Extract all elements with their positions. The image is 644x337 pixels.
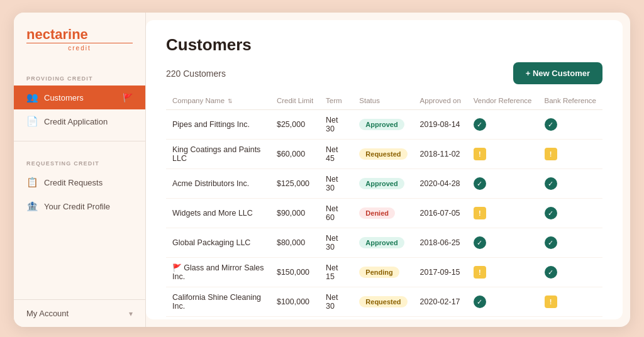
providing-credit-label: PROVIDING CREDIT — [14, 64, 145, 86]
page-title: Customers — [166, 35, 252, 55]
cell-company-name: Widgets and More LLC — [166, 199, 270, 228]
cell-bank-reference: ✓ — [538, 317, 602, 320]
chevron-down-icon: ▾ — [129, 309, 133, 318]
table-row[interactable]: 🚩 Glass and Mirror Sales Inc.$150,000Net… — [166, 258, 602, 287]
cell-approved-on: 2019-08-14 — [414, 110, 467, 140]
status-badge: Denied — [359, 207, 395, 219]
warning-icon: ! — [545, 148, 557, 160]
cell-vendor-reference: ✓ — [467, 317, 538, 320]
status-badge: Approved — [359, 178, 404, 189]
cell-term: Net 30 — [319, 287, 353, 317]
table-row[interactable]: Iron Works Suppliers Ltd.$40,000Net 30Ap… — [166, 317, 602, 320]
cell-approved-on: 2020-02-17 — [414, 287, 467, 317]
cell-term: Net 30 — [319, 317, 353, 320]
cell-approved-on: 2018-11-02 — [414, 140, 467, 169]
cell-term: Net 60 — [319, 199, 353, 228]
sidebar-item-credit-application[interactable]: 📄 Credit Application — [14, 109, 145, 133]
cell-vendor-reference: ! — [467, 199, 538, 228]
main-sub-row: 220 Customers + New Customer — [166, 62, 602, 84]
sidebar-item-customers[interactable]: 👥 Customers 🚩 — [14, 86, 145, 109]
logo-name: nectarine — [26, 28, 88, 41]
cell-company-name: Acme Distributors Inc. — [166, 169, 270, 199]
warning-icon: ! — [474, 207, 486, 219]
cell-vendor-reference: ✓ — [467, 287, 538, 317]
cell-status: Denied — [353, 199, 413, 228]
status-badge: Requested — [359, 148, 407, 160]
my-account-footer[interactable]: My Account ▾ — [14, 299, 145, 327]
check-icon: ✓ — [474, 296, 486, 308]
check-icon: ✓ — [474, 177, 486, 190]
col-bank-reference: Bank Reference — [538, 92, 602, 110]
warning-icon: ! — [545, 296, 557, 308]
col-term: Term — [319, 92, 353, 110]
row-flag-icon: 🚩 — [172, 263, 184, 272]
col-credit-limit: Credit Limit — [270, 92, 319, 110]
table-row[interactable]: Widgets and More LLC$90,000Net 60Denied2… — [166, 199, 602, 228]
cell-vendor-reference: ✓ — [467, 169, 538, 199]
check-icon: ✓ — [474, 236, 486, 249]
cell-credit-limit: $25,000 — [270, 110, 319, 140]
cell-status: Pending — [353, 258, 413, 287]
cell-bank-reference: ✓ — [538, 110, 602, 140]
sort-icon: ⇅ — [228, 98, 233, 104]
cell-company-name: King Coatings and Paints LLC — [166, 140, 270, 169]
credit-application-icon: 📄 — [26, 116, 38, 127]
sidebar-divider — [14, 141, 145, 141]
customers-icon: 👥 — [26, 92, 38, 103]
table-row[interactable]: Acme Distributors Inc.$125,000Net 30Appr… — [166, 169, 602, 199]
cell-company-name: California Shine Cleaning Inc. — [166, 287, 270, 317]
cell-bank-reference: ! — [538, 287, 602, 317]
my-account-label: My Account — [26, 309, 69, 318]
cell-vendor-reference: ✓ — [467, 110, 538, 140]
sidebar: nectarine credit PROVIDING CREDIT 👥 Cust… — [14, 13, 146, 327]
main-header: Customers 220 Customers + New Customer — [146, 20, 623, 92]
cell-vendor-reference: ✓ — [467, 228, 538, 258]
cell-approved-on: 2018-06-25 — [414, 228, 467, 258]
credit-profile-icon: 🏦 — [26, 201, 38, 212]
cell-company-name: Iron Works Suppliers Ltd. — [166, 317, 270, 320]
cell-credit-limit: $125,000 — [270, 169, 319, 199]
cell-bank-reference: ! — [538, 140, 602, 169]
cell-status: Approved — [353, 110, 413, 140]
app-container: nectarine credit PROVIDING CREDIT 👥 Cust… — [14, 13, 630, 327]
cell-status: Requested — [353, 287, 413, 317]
check-icon: ✓ — [545, 266, 557, 279]
table-row[interactable]: California Shine Cleaning Inc.$100,000Ne… — [166, 287, 602, 317]
cell-company-name: Global Packaging LLC — [166, 228, 270, 258]
customers-count: 220 Customers — [166, 69, 226, 79]
col-status: Status — [353, 92, 413, 110]
check-icon: ✓ — [545, 236, 557, 249]
table-header-row: Company Name ⇅ Credit Limit Term Status … — [166, 92, 602, 110]
sidebar-item-credit-profile[interactable]: 🏦 Your Credit Profile — [14, 194, 145, 218]
status-badge: Approved — [359, 237, 404, 248]
col-company-name[interactable]: Company Name ⇅ — [166, 92, 270, 110]
cell-bank-reference: ✓ — [538, 258, 602, 287]
cell-term: Net 30 — [319, 228, 353, 258]
sidebar-item-credit-application-label: Credit Application — [44, 117, 108, 126]
cell-approved-on: 2017-09-15 — [414, 258, 467, 287]
status-badge: Approved — [359, 119, 404, 130]
status-badge: Pending — [359, 267, 399, 278]
table-row[interactable]: Pipes and Fittings Inc.$25,000Net 30Appr… — [166, 110, 602, 140]
status-badge: Requested — [359, 296, 407, 307]
check-icon: ✓ — [545, 207, 557, 219]
logo: nectarine credit — [14, 13, 145, 64]
cell-term: Net 15 — [319, 258, 353, 287]
sidebar-item-credit-profile-label: Your Credit Profile — [44, 202, 110, 211]
new-customer-button[interactable]: + New Customer — [513, 62, 602, 84]
cell-term: Net 30 — [319, 110, 353, 140]
warning-icon: ! — [474, 148, 486, 160]
cell-vendor-reference: ! — [467, 258, 538, 287]
logo-sub: credit — [26, 43, 133, 52]
check-icon: ✓ — [545, 177, 557, 190]
table-row[interactable]: King Coatings and Paints LLC$60,000Net 4… — [166, 140, 602, 169]
customers-flag-badge: 🚩 — [123, 93, 133, 102]
cell-credit-limit: $100,000 — [270, 287, 319, 317]
requesting-credit-label: REQUESTING CREDIT — [14, 149, 145, 170]
sidebar-item-credit-requests[interactable]: 📋 Credit Requests — [14, 170, 145, 194]
sidebar-item-customers-label: Customers — [44, 93, 84, 102]
table-row[interactable]: Global Packaging LLC$80,000Net 30Approve… — [166, 228, 602, 258]
check-icon: ✓ — [474, 118, 486, 131]
cell-status: Approved — [353, 169, 413, 199]
cell-company-name: 🚩 Glass and Mirror Sales Inc. — [166, 258, 270, 287]
